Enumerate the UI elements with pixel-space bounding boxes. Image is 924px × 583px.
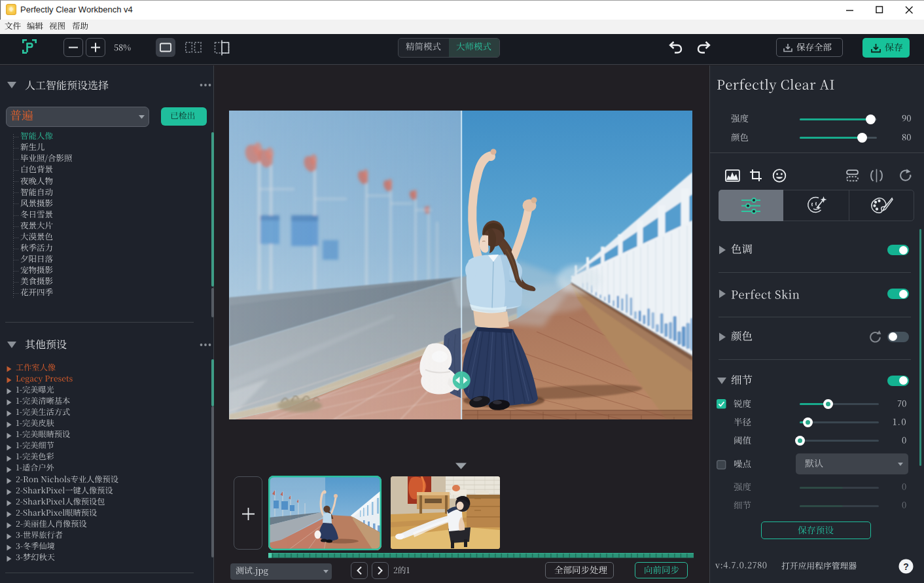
svg-text:?: ? bbox=[903, 561, 909, 572]
